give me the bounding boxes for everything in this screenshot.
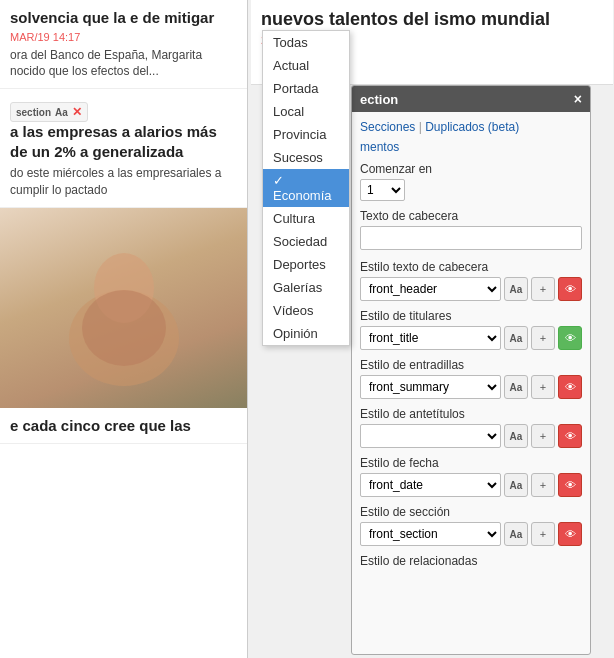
- titulares-aa-button[interactable]: Aa: [504, 326, 528, 350]
- article-2-title: a las empresas a alarios más de un 2% a …: [10, 122, 237, 161]
- seccion-plus-button[interactable]: +: [531, 522, 555, 546]
- estilo-entradillas-select[interactable]: front_summary: [360, 375, 501, 399]
- estilo-titulares-select[interactable]: front_title: [360, 326, 501, 350]
- antetitulos-aa-button[interactable]: Aa: [504, 424, 528, 448]
- fecha-aa-button[interactable]: Aa: [504, 473, 528, 497]
- duplicados-link[interactable]: Duplicados (beta): [419, 120, 520, 134]
- estilo-seccion-label: Estilo de sección: [360, 505, 582, 519]
- dropdown-item-deportes[interactable]: Deportes: [263, 253, 349, 276]
- dropdown-item-economia[interactable]: Economía: [263, 169, 349, 207]
- seccion-eye-button[interactable]: 👁: [558, 522, 582, 546]
- article-image: [0, 208, 247, 408]
- comenzar-row: 1 2 3: [360, 179, 582, 201]
- news-column: solvencia que la e de mitigar MAR/19 14:…: [0, 0, 248, 658]
- svg-point-2: [82, 290, 166, 366]
- dropdown-item-cultura[interactable]: Cultura: [263, 207, 349, 230]
- elements-link[interactable]: mentos: [360, 140, 399, 154]
- estilo-cabecera-label: Estilo texto de cabecera: [360, 260, 582, 274]
- article-1-meta: MAR/19 14:17: [10, 31, 237, 43]
- article-1-excerpt: ora del Banco de España, Margarita nocid…: [10, 47, 237, 81]
- badge-close-icon[interactable]: ✕: [72, 105, 82, 119]
- estilo-fecha-select[interactable]: front_date: [360, 473, 501, 497]
- secciones-link[interactable]: Secciones: [360, 120, 415, 134]
- dropdown-item-opinion[interactable]: Opinión: [263, 322, 349, 345]
- estilo-cabecera-row: front_header Aa + 👁: [360, 277, 582, 301]
- article-3: e cada cinco cree que las: [0, 408, 247, 445]
- fecha-eye-button[interactable]: 👁: [558, 473, 582, 497]
- estilo-titulares-row: front_title Aa + 👁: [360, 326, 582, 350]
- entradillas-eye-button[interactable]: 👁: [558, 375, 582, 399]
- estilo-antetitulos-label: Estilo de antetítulos: [360, 407, 582, 421]
- category-dropdown[interactable]: Todas Actual Portada Local Provincia Suc…: [262, 30, 350, 346]
- entradillas-plus-button[interactable]: +: [531, 375, 555, 399]
- estilo-entradillas-row: front_summary Aa + 👁: [360, 375, 582, 399]
- dropdown-item-sucesos[interactable]: Sucesos: [263, 146, 349, 169]
- entradillas-aa-button[interactable]: Aa: [504, 375, 528, 399]
- aa-icon: section: [16, 107, 51, 118]
- article-2: section Aa ✕ a las empresas a alarios má…: [0, 89, 247, 208]
- estilo-antetitulos-row: Aa + 👁: [360, 424, 582, 448]
- dropdown-item-sociedad[interactable]: Sociedad: [263, 230, 349, 253]
- texto-cabecera-label: Texto de cabecera: [360, 209, 582, 223]
- right-article-title: nuevos talentos del ismo mundial: [261, 8, 603, 31]
- estilo-cabecera-select[interactable]: front_header: [360, 277, 501, 301]
- dropdown-item-provincia[interactable]: Provincia: [263, 123, 349, 146]
- estilo-antetitulos-select[interactable]: [360, 424, 501, 448]
- dropdown-item-actual[interactable]: Actual: [263, 54, 349, 77]
- panel-title: ection: [360, 92, 398, 107]
- titulares-plus-button[interactable]: +: [531, 326, 555, 350]
- panel-header: ection ×: [352, 86, 590, 112]
- antetitulos-eye-button[interactable]: 👁: [558, 424, 582, 448]
- titulares-eye-button[interactable]: 👁: [558, 326, 582, 350]
- estilo-seccion-select[interactable]: front_section: [360, 522, 501, 546]
- cabecera-aa-button[interactable]: Aa: [504, 277, 528, 301]
- article-1: solvencia que la e de mitigar MAR/19 14:…: [0, 0, 247, 89]
- article-1-title: solvencia que la e de mitigar: [10, 8, 237, 28]
- estilo-fecha-label: Estilo de fecha: [360, 456, 582, 470]
- estilo-fecha-row: front_date Aa + 👁: [360, 473, 582, 497]
- dropdown-item-local[interactable]: Local: [263, 100, 349, 123]
- comenzar-select[interactable]: 1 2 3: [360, 179, 405, 201]
- section-links: Secciones Duplicados (beta): [360, 120, 582, 134]
- dropdown-item-portada[interactable]: Portada: [263, 77, 349, 100]
- article-2-excerpt: do este miércoles a las empre­sariales a…: [10, 165, 237, 199]
- seccion-aa-button[interactable]: Aa: [504, 522, 528, 546]
- estilo-titulares-label: Estilo de titulares: [360, 309, 582, 323]
- estilo-relacionadas-label: Estilo de relacionadas: [360, 554, 582, 568]
- texto-cabecera-input[interactable]: [360, 226, 582, 250]
- antetitulos-plus-button[interactable]: +: [531, 424, 555, 448]
- font-icon: Aa: [55, 107, 68, 118]
- cabecera-plus-button[interactable]: +: [531, 277, 555, 301]
- cabecera-eye-button[interactable]: 👁: [558, 277, 582, 301]
- article-3-title: e cada cinco cree que las: [10, 416, 237, 436]
- dropdown-item-todas[interactable]: Todas: [263, 31, 349, 54]
- dropdown-item-videos[interactable]: Vídeos: [263, 299, 349, 322]
- comenzar-label: Comenzar en: [360, 162, 582, 176]
- section-badge: section Aa ✕: [10, 102, 88, 122]
- fecha-plus-button[interactable]: +: [531, 473, 555, 497]
- panel-close-button[interactable]: ×: [574, 91, 582, 107]
- dropdown-item-galerias[interactable]: Galerías: [263, 276, 349, 299]
- elements-label: mentos: [360, 140, 582, 154]
- estilo-seccion-row: front_section Aa + 👁: [360, 522, 582, 546]
- estilo-entradillas-label: Estilo de entradillas: [360, 358, 582, 372]
- panel-body: Secciones Duplicados (beta) mentos Comen…: [352, 112, 590, 652]
- section-panel: ection × Secciones Duplicados (beta) men…: [351, 85, 591, 655]
